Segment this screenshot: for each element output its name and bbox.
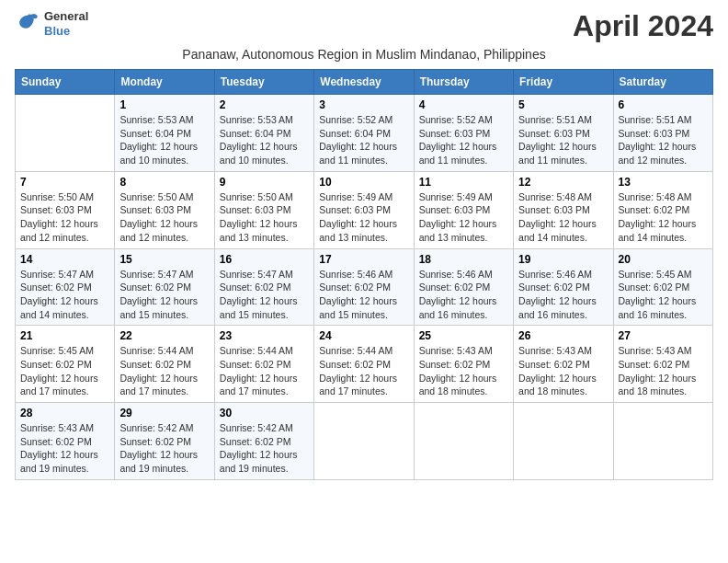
day-number: 4 bbox=[419, 98, 508, 111]
day-info: Sunrise: 5:45 AMSunset: 6:02 PMDaylight:… bbox=[20, 344, 109, 398]
day-info: Sunrise: 5:51 AMSunset: 6:03 PMDaylight:… bbox=[619, 113, 708, 167]
header-wednesday: Wednesday bbox=[314, 70, 414, 95]
day-number: 26 bbox=[518, 329, 608, 342]
day-info: Sunrise: 5:50 AMSunset: 6:03 PMDaylight:… bbox=[20, 190, 109, 245]
calendar-cell: 16Sunrise: 5:47 AMSunset: 6:02 PMDayligh… bbox=[214, 248, 313, 326]
calendar-cell: 17Sunrise: 5:46 AMSunset: 6:02 PMDayligh… bbox=[314, 248, 414, 326]
day-info: Sunrise: 5:52 AMSunset: 6:03 PMDaylight:… bbox=[419, 113, 508, 167]
day-info: Sunrise: 5:42 AMSunset: 6:02 PMDaylight:… bbox=[119, 421, 209, 476]
calendar-cell: 29Sunrise: 5:42 AMSunset: 6:02 PMDayligh… bbox=[115, 403, 214, 480]
day-info: Sunrise: 5:44 AMSunset: 6:02 PMDaylight:… bbox=[220, 344, 309, 398]
calendar-cell bbox=[514, 403, 613, 480]
day-number: 2 bbox=[220, 98, 309, 111]
calendar-cell: 4Sunrise: 5:52 AMSunset: 6:03 PMDaylight… bbox=[414, 95, 513, 172]
day-info: Sunrise: 5:44 AMSunset: 6:02 PMDaylight:… bbox=[319, 344, 408, 398]
page-header: General Blue April 2024 bbox=[15, 9, 713, 43]
header-tuesday: Tuesday bbox=[214, 70, 313, 95]
day-info: Sunrise: 5:49 AMSunset: 6:03 PMDaylight:… bbox=[419, 190, 508, 245]
day-info: Sunrise: 5:46 AMSunset: 6:02 PMDaylight:… bbox=[518, 268, 608, 322]
calendar-cell: 3Sunrise: 5:52 AMSunset: 6:04 PMDaylight… bbox=[314, 95, 414, 172]
calendar-week-1: 1Sunrise: 5:53 AMSunset: 6:04 PMDaylight… bbox=[16, 95, 713, 172]
day-info: Sunrise: 5:53 AMSunset: 6:04 PMDaylight:… bbox=[220, 113, 309, 167]
day-info: Sunrise: 5:43 AMSunset: 6:02 PMDaylight:… bbox=[619, 344, 708, 398]
logo: General Blue bbox=[15, 9, 88, 38]
day-number: 19 bbox=[518, 253, 608, 266]
calendar-cell: 26Sunrise: 5:43 AMSunset: 6:02 PMDayligh… bbox=[514, 326, 613, 403]
calendar-cell: 13Sunrise: 5:48 AMSunset: 6:02 PMDayligh… bbox=[613, 171, 712, 248]
calendar-cell: 20Sunrise: 5:45 AMSunset: 6:02 PMDayligh… bbox=[613, 248, 712, 326]
calendar-cell: 25Sunrise: 5:43 AMSunset: 6:02 PMDayligh… bbox=[414, 326, 513, 403]
calendar-cell: 5Sunrise: 5:51 AMSunset: 6:03 PMDaylight… bbox=[514, 95, 613, 172]
calendar-cell: 21Sunrise: 5:45 AMSunset: 6:02 PMDayligh… bbox=[16, 326, 115, 403]
calendar-cell: 18Sunrise: 5:46 AMSunset: 6:02 PMDayligh… bbox=[414, 248, 513, 326]
header-friday: Friday bbox=[514, 70, 613, 95]
calendar-cell: 8Sunrise: 5:50 AMSunset: 6:03 PMDaylight… bbox=[115, 171, 214, 248]
day-info: Sunrise: 5:48 AMSunset: 6:02 PMDaylight:… bbox=[619, 190, 708, 245]
day-number: 5 bbox=[518, 98, 608, 111]
day-info: Sunrise: 5:46 AMSunset: 6:02 PMDaylight:… bbox=[419, 268, 508, 322]
calendar-cell bbox=[414, 403, 513, 480]
day-number: 18 bbox=[419, 253, 508, 266]
page-subtitle: Pananaw, Autonomous Region in Muslim Min… bbox=[15, 47, 713, 62]
day-number: 21 bbox=[20, 329, 109, 342]
calendar-cell: 30Sunrise: 5:42 AMSunset: 6:02 PMDayligh… bbox=[214, 403, 313, 480]
day-info: Sunrise: 5:50 AMSunset: 6:03 PMDaylight:… bbox=[220, 190, 309, 245]
day-number: 1 bbox=[119, 98, 209, 111]
day-info: Sunrise: 5:49 AMSunset: 6:03 PMDaylight:… bbox=[319, 190, 408, 245]
day-number: 16 bbox=[220, 253, 309, 266]
day-info: Sunrise: 5:50 AMSunset: 6:03 PMDaylight:… bbox=[119, 190, 209, 245]
day-info: Sunrise: 5:48 AMSunset: 6:03 PMDaylight:… bbox=[518, 190, 608, 245]
calendar-cell: 27Sunrise: 5:43 AMSunset: 6:02 PMDayligh… bbox=[613, 326, 712, 403]
day-number: 10 bbox=[319, 176, 408, 189]
day-number: 8 bbox=[119, 176, 209, 189]
calendar-cell: 1Sunrise: 5:53 AMSunset: 6:04 PMDaylight… bbox=[115, 95, 214, 172]
calendar-cell: 7Sunrise: 5:50 AMSunset: 6:03 PMDaylight… bbox=[16, 171, 115, 248]
day-info: Sunrise: 5:43 AMSunset: 6:02 PMDaylight:… bbox=[20, 421, 109, 476]
day-number: 22 bbox=[119, 329, 209, 342]
day-info: Sunrise: 5:43 AMSunset: 6:02 PMDaylight:… bbox=[419, 344, 508, 398]
day-info: Sunrise: 5:53 AMSunset: 6:04 PMDaylight:… bbox=[119, 113, 209, 167]
calendar-cell: 9Sunrise: 5:50 AMSunset: 6:03 PMDaylight… bbox=[214, 171, 313, 248]
calendar-cell: 14Sunrise: 5:47 AMSunset: 6:02 PMDayligh… bbox=[16, 248, 115, 326]
header-row: Sunday Monday Tuesday Wednesday Thursday… bbox=[16, 70, 713, 95]
calendar-cell bbox=[16, 95, 115, 172]
day-number: 29 bbox=[119, 407, 209, 419]
day-info: Sunrise: 5:43 AMSunset: 6:02 PMDaylight:… bbox=[518, 344, 608, 398]
month-title: April 2024 bbox=[573, 9, 713, 43]
logo-icon bbox=[15, 11, 40, 37]
day-info: Sunrise: 5:45 AMSunset: 6:02 PMDaylight:… bbox=[619, 268, 708, 322]
calendar-cell: 11Sunrise: 5:49 AMSunset: 6:03 PMDayligh… bbox=[414, 171, 513, 248]
day-number: 17 bbox=[319, 253, 408, 266]
day-number: 6 bbox=[619, 98, 708, 111]
calendar-cell bbox=[314, 403, 414, 480]
day-info: Sunrise: 5:52 AMSunset: 6:04 PMDaylight:… bbox=[319, 113, 408, 167]
day-number: 20 bbox=[619, 253, 708, 266]
calendar-cell: 22Sunrise: 5:44 AMSunset: 6:02 PMDayligh… bbox=[115, 326, 214, 403]
calendar-cell bbox=[613, 403, 712, 480]
calendar-week-5: 28Sunrise: 5:43 AMSunset: 6:02 PMDayligh… bbox=[16, 403, 713, 480]
day-info: Sunrise: 5:47 AMSunset: 6:02 PMDaylight:… bbox=[20, 268, 109, 322]
day-number: 12 bbox=[518, 176, 608, 189]
day-number: 11 bbox=[419, 176, 508, 189]
calendar-cell: 2Sunrise: 5:53 AMSunset: 6:04 PMDaylight… bbox=[214, 95, 313, 172]
header-thursday: Thursday bbox=[414, 70, 513, 95]
day-info: Sunrise: 5:46 AMSunset: 6:02 PMDaylight:… bbox=[319, 268, 408, 322]
calendar-table: Sunday Monday Tuesday Wednesday Thursday… bbox=[15, 69, 713, 480]
calendar-cell: 15Sunrise: 5:47 AMSunset: 6:02 PMDayligh… bbox=[115, 248, 214, 326]
header-sunday: Sunday bbox=[16, 70, 115, 95]
calendar-cell: 10Sunrise: 5:49 AMSunset: 6:03 PMDayligh… bbox=[314, 171, 414, 248]
header-saturday: Saturday bbox=[613, 70, 712, 95]
day-number: 15 bbox=[119, 253, 209, 266]
calendar-cell: 24Sunrise: 5:44 AMSunset: 6:02 PMDayligh… bbox=[314, 326, 414, 403]
calendar-header: Sunday Monday Tuesday Wednesday Thursday… bbox=[16, 70, 713, 95]
day-number: 14 bbox=[20, 253, 109, 266]
calendar-week-3: 14Sunrise: 5:47 AMSunset: 6:02 PMDayligh… bbox=[16, 248, 713, 326]
day-info: Sunrise: 5:42 AMSunset: 6:02 PMDaylight:… bbox=[220, 421, 309, 476]
day-number: 25 bbox=[419, 329, 508, 342]
calendar-cell: 6Sunrise: 5:51 AMSunset: 6:03 PMDaylight… bbox=[613, 95, 712, 172]
day-number: 27 bbox=[619, 329, 708, 342]
day-number: 3 bbox=[319, 98, 408, 111]
calendar-body: 1Sunrise: 5:53 AMSunset: 6:04 PMDaylight… bbox=[16, 95, 713, 480]
day-number: 23 bbox=[220, 329, 309, 342]
day-number: 7 bbox=[20, 176, 109, 189]
